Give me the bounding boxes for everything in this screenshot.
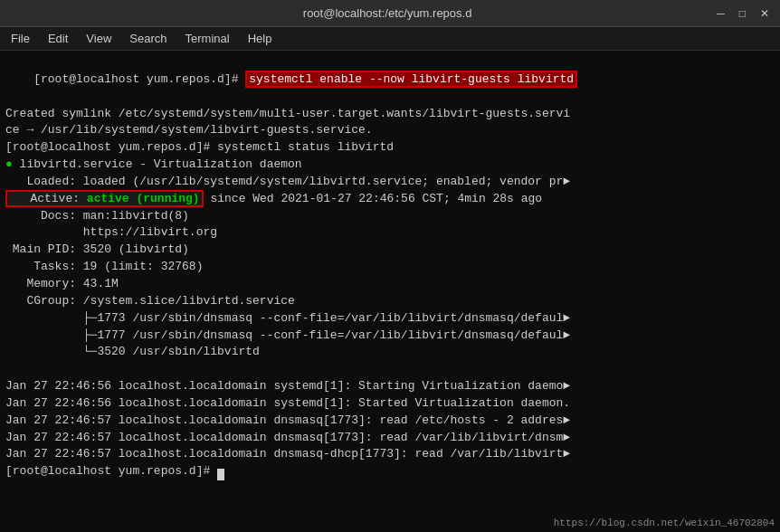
menu-terminal[interactable]: Terminal [178,30,237,47]
cmd-highlight-1: systemctl enable --now libvirt-guests li… [245,71,577,88]
terminal-blank [5,361,775,378]
terminal-line-14: ├─1773 /usr/sbin/dnsmasq --conf-file=/va… [5,310,775,328]
terminal-line-5: ● libvirtd.service - Virtualization daem… [5,157,775,174]
terminal-line-4: [root@localhost yum.repos.d]# systemctl … [5,139,775,157]
terminal-body: [root@localhost yum.repos.d]# systemctl … [0,51,780,532]
close-button[interactable]: ✕ [756,5,773,22]
terminal-log-3: Jan 27 22:46:57 localhost.localdomain dn… [5,413,775,430]
menu-view[interactable]: View [79,30,119,47]
terminal-line-11: Tasks: 19 (limit: 32768) [5,259,775,276]
menu-file[interactable]: File [4,30,37,47]
terminal-line-9: https://libvirt.org [5,224,775,242]
terminal-line-6: Loaded: loaded (/usr/lib/systemd/system/… [5,174,775,191]
terminal-line-3: ce → /usr/lib/systemd/system/libvirt-gue… [5,122,775,139]
menu-bar: File Edit View Search Terminal Help [0,27,780,51]
terminal-line-10: Main PID: 3520 (libvirtd) [5,242,775,259]
terminal-log-2: Jan 27 22:46:56 localhost.localdomain sy… [5,395,775,413]
minimize-button[interactable]: ─ [713,5,728,22]
terminal-log-1: Jan 27 22:46:56 localhost.localdomain sy… [5,378,775,395]
terminal-line-8: Docs: man:libvirtd(8) [5,208,775,225]
terminal-line-16: └─3520 /usr/sbin/libvirtd [5,344,775,361]
title-bar: root@localhost:/etc/yum.repos.d ─ □ ✕ [0,0,780,27]
terminal-line-7: Active: active (running) since Wed 2021-… [5,191,775,208]
terminal-final-prompt: [root@localhost yum.repos.d]# [5,463,775,480]
window-controls[interactable]: ─ □ ✕ [713,5,773,22]
url-watermark: https://blog.csdn.net/weixin_46702804 [554,518,775,528]
window-title: root@localhost:/etc/yum.repos.d [62,6,713,20]
prompt-1: [root@localhost yum.repos.d]# [33,72,245,86]
terminal-line-2: Created symlink /etc/systemd/system/mult… [5,106,775,123]
terminal-line-1: [root@localhost yum.repos.d]# systemctl … [5,54,775,106]
menu-search[interactable]: Search [122,30,174,47]
terminal-log-4: Jan 27 22:46:57 localhost.localdomain dn… [5,430,775,447]
terminal-line-12: Memory: 43.1M [5,276,775,293]
terminal-log-5: Jan 27 22:46:57 localhost.localdomain dn… [5,446,775,463]
menu-edit[interactable]: Edit [41,30,75,47]
menu-help[interactable]: Help [241,30,280,47]
maximize-button[interactable]: □ [736,5,749,22]
terminal-line-15: ├─1777 /usr/sbin/dnsmasq --conf-file=/va… [5,328,775,345]
terminal-line-13: CGroup: /system.slice/libvirtd.service [5,293,775,310]
